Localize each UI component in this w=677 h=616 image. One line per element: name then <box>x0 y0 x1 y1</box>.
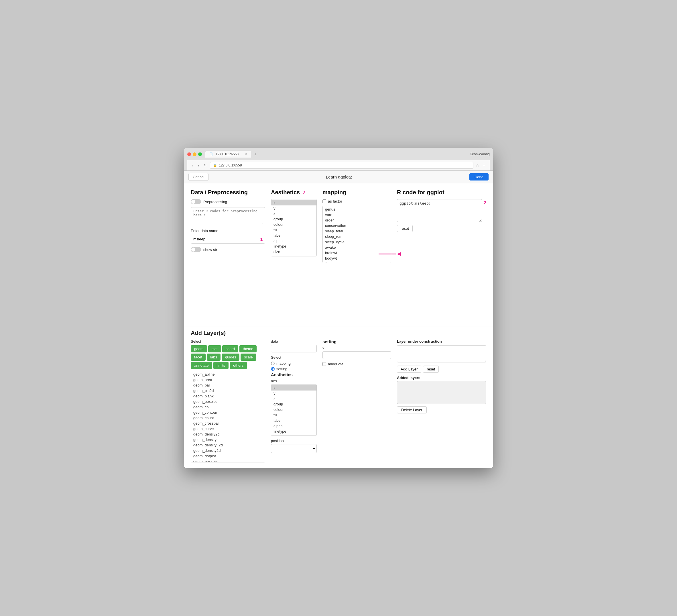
layer-construct-textarea[interactable] <box>397 345 486 362</box>
theme-button[interactable]: theme <box>239 345 257 352</box>
layer-reset-button[interactable]: reset <box>423 365 439 373</box>
addquote-label: addquote <box>328 362 343 366</box>
close-button[interactable] <box>187 152 191 156</box>
geom-list-item[interactable]: geom_bar <box>191 383 265 388</box>
coord-button[interactable]: coord <box>222 345 238 352</box>
refresh-button[interactable]: ↻ <box>202 163 208 168</box>
geom-list-item[interactable]: geom_density2d <box>191 448 265 453</box>
labs-button[interactable]: labs <box>207 354 221 361</box>
annotate-button[interactable]: annotate <box>191 362 212 369</box>
mapping-list-item[interactable]: sleep_rem <box>323 234 391 239</box>
forward-button[interactable]: › <box>197 163 200 168</box>
aes-bottom-item[interactable]: linetype <box>271 429 316 434</box>
aesthetics-list[interactable]: x y z group colour fill label alpha line… <box>271 199 317 256</box>
mapping-list-item[interactable]: 1 <box>323 261 391 263</box>
rcode-textarea[interactable]: ggplot(msleep) <box>397 199 482 222</box>
main-content: Data / Preprocessing Preprocessing Enter… <box>184 183 493 326</box>
others-button[interactable]: others <box>230 362 247 369</box>
tab-close-icon[interactable]: ✕ <box>244 152 247 156</box>
geom-list-item[interactable]: geom_col <box>191 404 265 410</box>
aes-list-item[interactable]: group <box>271 216 316 222</box>
geom-list-item[interactable]: geom_curve <box>191 426 265 432</box>
aes-bottom-list[interactable]: x y z group colour fill label alpha line… <box>271 384 317 436</box>
aes-bottom-item[interactable]: y <box>271 391 316 396</box>
aes-list-item[interactable]: z <box>271 211 316 216</box>
done-button[interactable]: Done <box>469 173 489 180</box>
setting-radio[interactable] <box>271 367 275 371</box>
geom-list-item[interactable]: geom_densiy2d <box>191 432 265 437</box>
preprocessing-label: Preprocessing <box>203 200 227 204</box>
geom-list-item[interactable]: geom_area <box>191 377 265 383</box>
mapping-list-item[interactable]: sleep_total <box>323 228 391 234</box>
show-str-toggle[interactable] <box>191 247 201 252</box>
bookmark-button[interactable]: ☆ <box>476 163 480 168</box>
geom-list[interactable]: geom_abline geom_area geom_bar geom_bin2… <box>191 371 265 463</box>
geom-list-item[interactable]: geom_density <box>191 437 265 442</box>
preprocessing-textarea[interactable] <box>191 207 265 224</box>
as-factor-checkbox[interactable] <box>322 200 326 203</box>
back-button[interactable]: ‹ <box>191 163 194 168</box>
geom-list-item[interactable]: geom_errorbar <box>191 459 265 463</box>
aes-list-item[interactable]: y <box>271 206 316 211</box>
preprocessing-toggle[interactable] <box>191 199 201 204</box>
mapping-list-item[interactable]: awake <box>323 245 391 250</box>
geom-list-item[interactable]: geom_dotplot <box>191 453 265 459</box>
aes-list-item[interactable]: shape <box>271 254 316 256</box>
aes-list-item[interactable]: colour <box>271 222 316 227</box>
geom-list-item[interactable]: geom_abline <box>191 371 265 377</box>
rcode-title: R code for ggplot <box>397 189 486 196</box>
aes-bottom-item[interactable]: z <box>271 396 316 401</box>
aes-bottom-item[interactable]: label <box>271 418 316 423</box>
position-select[interactable] <box>271 444 317 453</box>
geom-list-item[interactable]: geom_blank <box>191 393 265 399</box>
geom-list-item[interactable]: geom_count <box>191 415 265 421</box>
aes-list-item[interactable]: size <box>271 249 316 254</box>
mapping-list-item[interactable]: genus <box>323 207 391 212</box>
geom-list-item[interactable]: geom_crossbar <box>191 421 265 426</box>
cancel-button[interactable]: Cancel <box>188 173 209 181</box>
url-bar[interactable]: 🔒 127.0.0.1:6558 <box>210 162 473 169</box>
facet-button[interactable]: facet <box>191 354 206 361</box>
addquote-checkbox[interactable] <box>322 362 326 366</box>
mapping-list-item[interactable]: sleep_cycle <box>323 239 391 245</box>
setting-x-field[interactable] <box>322 351 391 359</box>
data-input-field[interactable] <box>271 345 317 352</box>
added-layers-box <box>397 381 486 404</box>
aes-bottom-item[interactable]: group <box>271 401 316 407</box>
add-layer-button[interactable]: Add Layer <box>397 365 421 373</box>
aes-list-item[interactable]: x <box>271 200 316 206</box>
geom-list-item[interactable]: geom_boxplot <box>191 399 265 404</box>
setting-x-label: x <box>322 346 391 350</box>
geom-button[interactable]: geom <box>191 345 207 352</box>
tab-bar: 📄 127.0.0.1:6558 ✕ + <box>205 151 470 158</box>
rcode-reset-button[interactable]: reset <box>397 225 413 232</box>
geom-list-item[interactable]: geom_contour <box>191 410 265 415</box>
aes-list-item[interactable]: label <box>271 233 316 238</box>
browser-tab[interactable]: 📄 127.0.0.1:6558 ✕ <box>205 151 251 158</box>
aes-bottom-item[interactable]: fill <box>271 412 316 418</box>
guides-button[interactable]: guides <box>222 354 239 361</box>
maximize-button[interactable] <box>198 152 202 156</box>
delete-layer-button[interactable]: Delete Layer <box>397 406 427 413</box>
minimize-button[interactable] <box>193 152 196 156</box>
mapping-list-item[interactable]: vore <box>323 212 391 217</box>
menu-button[interactable]: ⋮ <box>482 163 486 168</box>
aes-bottom-item[interactable]: x <box>271 385 316 391</box>
aes-bottom-item[interactable]: colour <box>271 407 316 412</box>
layer-buttons-row3: annotate limits others <box>191 362 265 369</box>
aes-list-item[interactable]: fill <box>271 227 316 233</box>
aes-bottom-item[interactable]: size <box>271 434 316 436</box>
mapping-list-item[interactable]: conservation <box>323 223 391 228</box>
limits-button[interactable]: limits <box>213 362 229 369</box>
mapping-list-item[interactable]: order <box>323 217 391 223</box>
geom-list-item[interactable]: geom_density_2d <box>191 442 265 448</box>
geom-list-item[interactable]: geom_bin2d <box>191 388 265 393</box>
mapping-radio[interactable] <box>271 362 275 365</box>
stat-button[interactable]: stat <box>208 345 221 352</box>
aes-list-item[interactable]: linetype <box>271 244 316 249</box>
aes-list-item[interactable]: alpha <box>271 238 316 244</box>
scale-button[interactable]: scale <box>240 354 256 361</box>
aes-bottom-item[interactable]: alpha <box>271 423 316 429</box>
new-tab-button[interactable]: + <box>252 151 258 157</box>
data-name-field[interactable] <box>193 237 259 241</box>
